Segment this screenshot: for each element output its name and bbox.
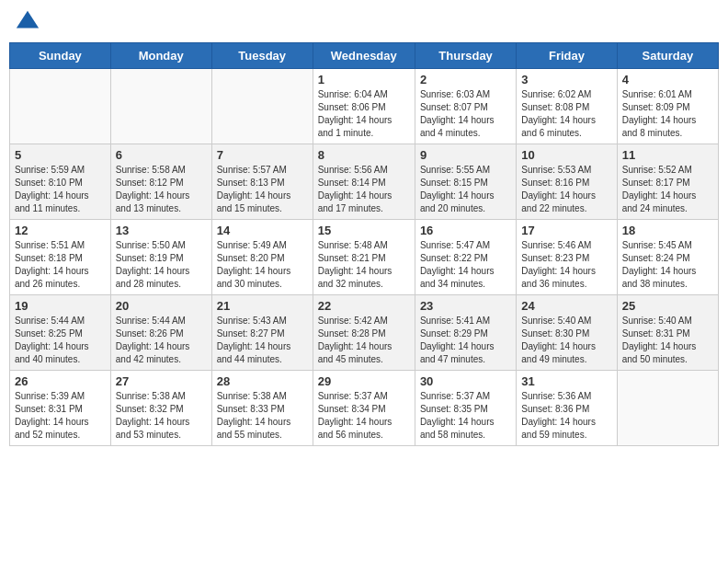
- calendar-week-row: 5Sunrise: 5:59 AM Sunset: 8:10 PM Daylig…: [10, 144, 719, 220]
- day-number: 11: [622, 148, 713, 162]
- day-info: Sunrise: 6:04 AM Sunset: 8:06 PM Dayligh…: [318, 88, 410, 140]
- day-number: 5: [15, 148, 106, 162]
- day-number: 17: [521, 224, 611, 237]
- day-number: 30: [420, 374, 511, 388]
- day-info: Sunrise: 5:56 AM Sunset: 8:14 PM Dayligh…: [318, 164, 410, 215]
- calendar-cell: 24Sunrise: 5:40 AM Sunset: 8:30 PM Dayli…: [517, 295, 617, 371]
- calendar-week-row: 19Sunrise: 5:44 AM Sunset: 8:25 PM Dayli…: [10, 295, 719, 371]
- calendar-cell: 13Sunrise: 5:50 AM Sunset: 8:19 PM Dayli…: [110, 220, 211, 295]
- calendar-cell: [110, 69, 211, 144]
- day-number: 15: [318, 224, 410, 237]
- day-info: Sunrise: 5:42 AM Sunset: 8:28 PM Dayligh…: [318, 315, 410, 366]
- calendar-cell: 1Sunrise: 6:04 AM Sunset: 8:06 PM Daylig…: [313, 69, 415, 144]
- day-number: 1: [318, 73, 410, 86]
- day-info: Sunrise: 5:44 AM Sunset: 8:25 PM Dayligh…: [15, 315, 106, 366]
- calendar-cell: 14Sunrise: 5:49 AM Sunset: 8:20 PM Dayli…: [211, 220, 313, 295]
- calendar-cell: 16Sunrise: 5:47 AM Sunset: 8:22 PM Dayli…: [415, 220, 516, 295]
- day-number: 20: [116, 299, 207, 313]
- day-number: 31: [521, 374, 611, 388]
- day-number: 14: [217, 224, 308, 237]
- day-number: 9: [420, 148, 511, 162]
- column-header-saturday: Saturday: [617, 43, 718, 69]
- day-info: Sunrise: 5:44 AM Sunset: 8:26 PM Dayligh…: [116, 315, 207, 366]
- day-info: Sunrise: 5:41 AM Sunset: 8:29 PM Dayligh…: [420, 315, 511, 366]
- day-info: Sunrise: 5:51 AM Sunset: 8:18 PM Dayligh…: [15, 239, 106, 291]
- day-number: 22: [318, 299, 410, 313]
- calendar-cell: 30Sunrise: 5:37 AM Sunset: 8:35 PM Dayli…: [415, 371, 516, 446]
- day-number: 18: [622, 224, 713, 237]
- day-info: Sunrise: 5:36 AM Sunset: 8:36 PM Dayligh…: [521, 390, 611, 442]
- day-info: Sunrise: 5:47 AM Sunset: 8:22 PM Dayligh…: [420, 239, 511, 291]
- day-info: Sunrise: 6:02 AM Sunset: 8:08 PM Dayligh…: [521, 88, 611, 140]
- logo: [13, 9, 40, 35]
- day-info: Sunrise: 5:39 AM Sunset: 8:31 PM Dayligh…: [15, 390, 106, 442]
- calendar-cell: 10Sunrise: 5:53 AM Sunset: 8:16 PM Dayli…: [517, 144, 617, 220]
- calendar-cell: 31Sunrise: 5:36 AM Sunset: 8:36 PM Dayli…: [517, 371, 617, 446]
- day-info: Sunrise: 5:53 AM Sunset: 8:16 PM Dayligh…: [521, 164, 611, 215]
- calendar-cell: [211, 69, 313, 144]
- column-header-sunday: Sunday: [10, 43, 111, 69]
- calendar-cell: 23Sunrise: 5:41 AM Sunset: 8:29 PM Dayli…: [415, 295, 516, 371]
- day-info: Sunrise: 6:01 AM Sunset: 8:09 PM Dayligh…: [622, 88, 713, 140]
- calendar-header-row: SundayMondayTuesdayWednesdayThursdayFrid…: [10, 43, 719, 69]
- day-info: Sunrise: 5:48 AM Sunset: 8:21 PM Dayligh…: [318, 239, 410, 291]
- day-info: Sunrise: 5:52 AM Sunset: 8:17 PM Dayligh…: [622, 164, 713, 215]
- day-number: 16: [420, 224, 511, 237]
- day-number: 12: [15, 224, 106, 237]
- day-info: Sunrise: 5:50 AM Sunset: 8:19 PM Dayligh…: [116, 239, 207, 291]
- day-info: Sunrise: 5:45 AM Sunset: 8:24 PM Dayligh…: [622, 239, 713, 291]
- day-number: 8: [318, 148, 410, 162]
- calendar-cell: 2Sunrise: 6:03 AM Sunset: 8:07 PM Daylig…: [415, 69, 516, 144]
- calendar-week-row: 12Sunrise: 5:51 AM Sunset: 8:18 PM Dayli…: [10, 220, 719, 295]
- calendar-cell: 12Sunrise: 5:51 AM Sunset: 8:18 PM Dayli…: [10, 220, 111, 295]
- day-number: 21: [217, 299, 308, 313]
- day-info: Sunrise: 5:49 AM Sunset: 8:20 PM Dayligh…: [217, 239, 308, 291]
- column-header-friday: Friday: [517, 43, 617, 69]
- day-number: 13: [116, 224, 207, 237]
- day-info: Sunrise: 5:37 AM Sunset: 8:34 PM Dayligh…: [318, 390, 410, 442]
- calendar-cell: [10, 69, 111, 144]
- calendar-cell: 7Sunrise: 5:57 AM Sunset: 8:13 PM Daylig…: [211, 144, 313, 220]
- calendar-cell: 5Sunrise: 5:59 AM Sunset: 8:10 PM Daylig…: [10, 144, 111, 220]
- calendar-cell: 26Sunrise: 5:39 AM Sunset: 8:31 PM Dayli…: [10, 371, 111, 446]
- day-info: Sunrise: 5:40 AM Sunset: 8:30 PM Dayligh…: [521, 315, 611, 366]
- day-number: 10: [521, 148, 611, 162]
- day-number: 27: [116, 374, 207, 388]
- calendar-cell: 15Sunrise: 5:48 AM Sunset: 8:21 PM Dayli…: [313, 220, 415, 295]
- day-info: Sunrise: 5:40 AM Sunset: 8:31 PM Dayligh…: [622, 315, 713, 366]
- page-header: [9, 9, 719, 35]
- calendar-cell: [617, 371, 718, 446]
- calendar-cell: 28Sunrise: 5:38 AM Sunset: 8:33 PM Dayli…: [211, 371, 313, 446]
- calendar-table: SundayMondayTuesdayWednesdayThursdayFrid…: [9, 42, 719, 446]
- day-number: 3: [521, 73, 611, 86]
- day-info: Sunrise: 5:37 AM Sunset: 8:35 PM Dayligh…: [420, 390, 511, 442]
- day-number: 26: [15, 374, 106, 388]
- calendar-cell: 3Sunrise: 6:02 AM Sunset: 8:08 PM Daylig…: [517, 69, 617, 144]
- day-info: Sunrise: 5:57 AM Sunset: 8:13 PM Dayligh…: [217, 164, 308, 215]
- calendar-cell: 20Sunrise: 5:44 AM Sunset: 8:26 PM Dayli…: [110, 295, 211, 371]
- calendar-cell: 21Sunrise: 5:43 AM Sunset: 8:27 PM Dayli…: [211, 295, 313, 371]
- calendar-cell: 25Sunrise: 5:40 AM Sunset: 8:31 PM Dayli…: [617, 295, 718, 371]
- calendar-cell: 4Sunrise: 6:01 AM Sunset: 8:09 PM Daylig…: [617, 69, 718, 144]
- calendar-cell: 19Sunrise: 5:44 AM Sunset: 8:25 PM Dayli…: [10, 295, 111, 371]
- column-header-thursday: Thursday: [415, 43, 516, 69]
- day-number: 25: [622, 299, 713, 313]
- column-header-monday: Monday: [110, 43, 211, 69]
- day-info: Sunrise: 5:46 AM Sunset: 8:23 PM Dayligh…: [521, 239, 611, 291]
- calendar-cell: 9Sunrise: 5:55 AM Sunset: 8:15 PM Daylig…: [415, 144, 516, 220]
- day-info: Sunrise: 5:43 AM Sunset: 8:27 PM Dayligh…: [217, 315, 308, 366]
- calendar-cell: 6Sunrise: 5:58 AM Sunset: 8:12 PM Daylig…: [110, 144, 211, 220]
- calendar-cell: 17Sunrise: 5:46 AM Sunset: 8:23 PM Dayli…: [517, 220, 617, 295]
- day-number: 29: [318, 374, 410, 388]
- day-number: 24: [521, 299, 611, 313]
- column-header-wednesday: Wednesday: [313, 43, 415, 69]
- calendar-cell: 11Sunrise: 5:52 AM Sunset: 8:17 PM Dayli…: [617, 144, 718, 220]
- calendar-cell: 27Sunrise: 5:38 AM Sunset: 8:32 PM Dayli…: [110, 371, 211, 446]
- day-info: Sunrise: 5:59 AM Sunset: 8:10 PM Dayligh…: [15, 164, 106, 215]
- day-info: Sunrise: 5:58 AM Sunset: 8:12 PM Dayligh…: [116, 164, 207, 215]
- day-info: Sunrise: 5:55 AM Sunset: 8:15 PM Dayligh…: [420, 164, 511, 215]
- day-info: Sunrise: 5:38 AM Sunset: 8:32 PM Dayligh…: [116, 390, 207, 442]
- logo-icon: [15, 9, 40, 35]
- day-number: 2: [420, 73, 511, 86]
- day-number: 6: [116, 148, 207, 162]
